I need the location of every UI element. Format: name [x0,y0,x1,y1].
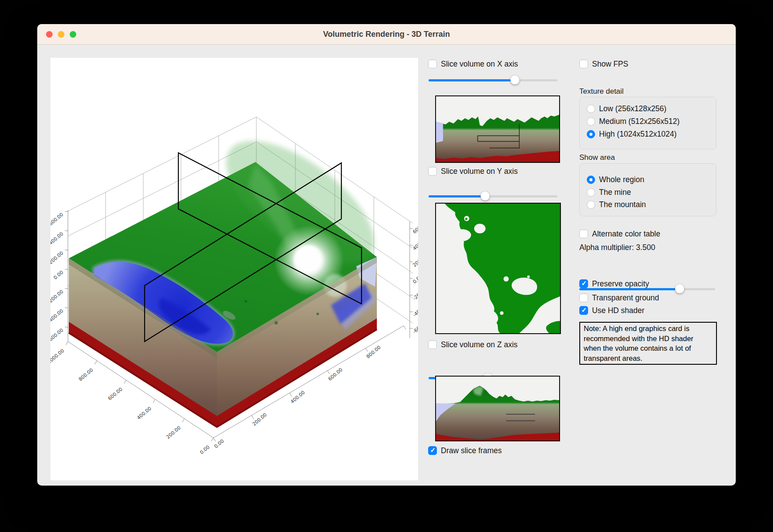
checkbox-icon [428,60,437,68]
use-hd-shader-label: Use HD shader [592,306,645,315]
radio-label: High (1024x512x1024) [599,130,677,139]
svg-text:-200.00: -200.00 [50,289,64,305]
svg-text:400.00: 400.00 [136,405,152,421]
map-islet [465,218,468,220]
cross-section-terrain [436,386,559,440]
checkbox-icon [579,293,588,302]
radio-the-mountain[interactable]: The mountain [587,199,646,210]
app-window: Volumetric Rendering - 3D Terrain [37,24,736,486]
water-level [436,122,443,143]
z-axis-left-labels: 600.00 400.00 200.00 0.00 -200.00 -400.0… [50,211,64,343]
slice-z-checkbox[interactable]: Slice volume on Z axis [428,339,518,350]
svg-text:600.00: 600.00 [50,211,64,227]
window-content: 600.00 400.00 200.00 0.00 -200.00 -400.0… [37,45,736,486]
svg-text:600.00: 600.00 [412,220,418,235]
radio-label: Whole region [599,175,644,184]
slice-x-label: Slice volume on X axis [441,60,518,69]
slider-thumb[interactable] [510,75,519,85]
svg-text:-600.00: -600.00 [50,327,64,343]
texture-detail-group-label: Texture detail [579,87,624,96]
draw-slice-frames-label: Draw slice frames [441,446,502,455]
svg-text:200.00: 200.00 [50,250,64,265]
terrain-3d-view[interactable]: 600.00 400.00 200.00 0.00 -200.00 -400.0… [50,58,418,480]
checkbox-icon [428,167,437,176]
show-area-group: Whole region The mine The mountain [579,163,716,216]
checkbox-icon [428,340,437,349]
transparent-ground-checkbox[interactable]: Transparent ground [579,292,659,303]
radio-label: The mountain [599,200,646,209]
slice-y-checkbox[interactable]: Slice volume on Y axis [428,166,518,176]
slice-preview-y [435,203,561,334]
radio-icon [587,188,595,197]
slider-fill [429,79,515,81]
use-hd-shader-checkbox[interactable]: Use HD shader [579,305,645,316]
desktop-background: Volumetric Rendering - 3D Terrain [0,0,773,532]
svg-text:-200.00: -200.00 [412,285,418,301]
window-titlebar[interactable]: Volumetric Rendering - 3D Terrain [37,24,736,45]
close-icon[interactable] [46,31,53,38]
hd-shader-note: Note: A high end graphics card is recomm… [579,322,717,365]
window-title: Volumetric Rendering - 3D Terrain [323,30,450,39]
svg-text:0.00: 0.00 [213,438,225,450]
slice-y-slider[interactable] [429,192,557,201]
show-fps-checkbox[interactable]: Show FPS [579,59,628,69]
alternate-color-table-checkbox[interactable]: Alternate color table [579,229,660,239]
draw-slice-frames-checkbox[interactable]: Draw slice frames [428,445,502,456]
svg-text:400.00: 400.00 [412,236,418,252]
transparent-ground-label: Transparent ground [592,293,659,303]
preserve-opacity-checkbox[interactable]: Preserve opacity [579,278,649,289]
checkbox-checked-icon [428,446,437,455]
z-axis-right-labels: 600.00 400.00 200.00 0.00 -200.00 -400.0… [412,220,418,335]
radio-label: The mine [599,188,631,197]
slider-thumb[interactable] [481,191,490,201]
terrain-3d-plot[interactable]: 600.00 400.00 200.00 0.00 -200.00 -400.0… [50,58,418,480]
slice-preview-z [435,376,560,441]
show-fps-label: Show FPS [592,60,628,69]
radio-selected-icon [587,130,595,138]
slider-thumb[interactable] [675,284,684,293]
slice-z-label: Slice volume on Z axis [441,340,518,349]
radio-icon [587,117,595,126]
radio-the-mine[interactable]: The mine [587,187,631,197]
radio-selected-icon [587,176,595,184]
alpha-multiplier-label: Alpha multiplier: 3.500 [579,243,655,252]
svg-text:400.00: 400.00 [50,231,64,246]
svg-text:800.00: 800.00 [78,367,94,382]
svg-text:1000.00: 1000.00 [50,348,65,365]
radio-icon [587,105,595,113]
checkbox-checked-icon [579,306,588,315]
svg-text:600.00: 600.00 [107,386,124,402]
slice-preview-x [435,95,560,163]
svg-text:0.00: 0.00 [199,444,211,455]
radio-label: Medium (512x256x512) [599,117,680,126]
slice-x-checkbox[interactable]: Slice volume on X axis [428,59,518,69]
svg-text:0.00: 0.00 [53,269,64,281]
fullscreen-icon[interactable] [70,31,76,38]
radio-icon [587,201,595,209]
svg-text:-600.00: -600.00 [412,318,418,335]
svg-text:200.00: 200.00 [412,253,418,268]
radio-texture-high[interactable]: High (1024x512x1024) [587,129,677,139]
svg-text:0.00: 0.00 [412,274,418,285]
preserve-opacity-label: Preserve opacity [592,279,649,289]
map-corner-land [546,321,560,333]
slice-y-label: Slice volume on Y axis [441,167,518,176]
svg-text:-400.00: -400.00 [50,308,64,324]
minimize-icon[interactable] [58,31,64,38]
terrain-volume [69,118,394,428]
alternate-color-table-label: Alternate color table [592,229,660,239]
checkbox-icon [579,229,588,238]
svg-text:600.00: 600.00 [327,367,344,382]
radio-texture-low[interactable]: Low (256x128x256) [587,103,667,114]
radio-texture-medium[interactable]: Medium (512x256x512) [587,116,680,127]
checkbox-checked-icon [579,279,588,288]
checkbox-icon [579,60,588,68]
traffic-lights [46,24,76,44]
svg-text:-400.00: -400.00 [412,302,418,318]
slider-fill [429,195,485,197]
svg-text:200.00: 200.00 [165,425,182,440]
radio-label: Low (256x128x256) [599,104,667,113]
radio-whole-region[interactable]: Whole region [587,174,644,185]
texture-detail-group: Low (256x128x256) Medium (512x256x512) H… [579,97,716,149]
slice-x-slider[interactable] [429,76,557,85]
